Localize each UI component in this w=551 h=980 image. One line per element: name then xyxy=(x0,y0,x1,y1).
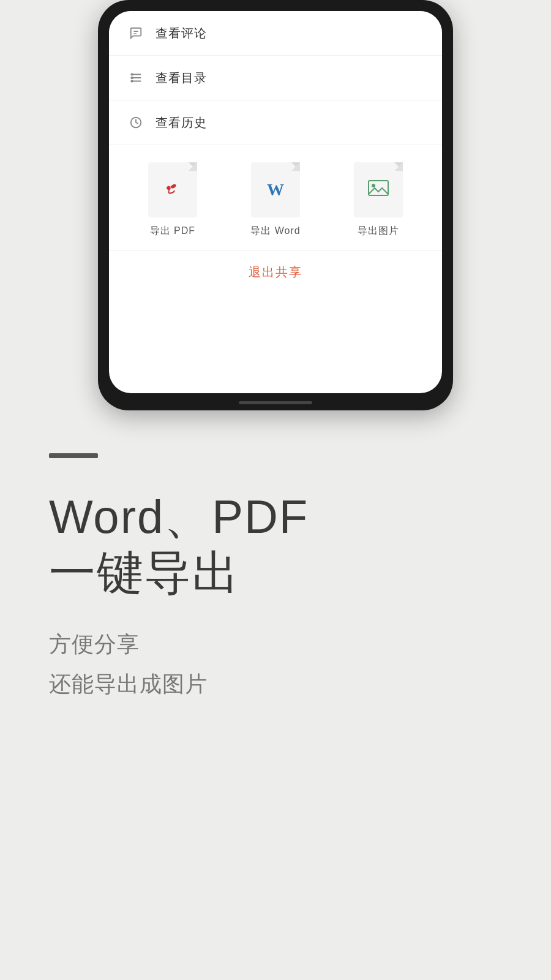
menu-item-toc[interactable]: 查看目录 xyxy=(109,56,442,100)
word-file-icon: W xyxy=(251,162,300,217)
export-pdf-item[interactable]: 导出 PDF xyxy=(148,162,197,238)
export-word-item[interactable]: W 导出 Word xyxy=(250,162,300,238)
image-icon-symbol xyxy=(367,178,389,202)
history-icon xyxy=(127,114,144,131)
subtitle-line2: 还能导出成图片 xyxy=(49,665,502,704)
subtitle: 方便分享 还能导出成图片 xyxy=(49,625,502,704)
menu-item-comments[interactable]: 查看评论 xyxy=(109,11,442,56)
bottom-content: Word、PDF 一键导出 方便分享 还能导出成图片 xyxy=(0,429,551,729)
menu-item-history[interactable]: 查看历史 xyxy=(109,100,442,145)
svg-point-10 xyxy=(372,184,375,187)
pdf-file-icon xyxy=(148,162,197,217)
menu-section: 查看评论 查看目录 xyxy=(109,11,442,145)
phone-wrapper: 查看评论 查看目录 xyxy=(98,0,453,410)
subtitle-line1: 方便分享 xyxy=(49,625,502,665)
phone-screen: 查看评论 查看目录 xyxy=(109,11,442,393)
image-file-icon xyxy=(354,162,403,217)
quit-label: 退出共享 xyxy=(249,264,302,281)
export-section: 导出 PDF W 导出 Word xyxy=(109,145,442,251)
quit-section[interactable]: 退出共享 xyxy=(109,251,442,294)
chat-icon xyxy=(127,24,144,42)
export-image-item[interactable]: 导出图片 xyxy=(354,162,403,238)
svg-rect-7 xyxy=(131,80,133,83)
pdf-icon-symbol xyxy=(162,176,184,205)
menu-label-history: 查看历史 xyxy=(156,115,207,131)
headline: Word、PDF 一键导出 xyxy=(49,489,502,600)
menu-label-comments: 查看评论 xyxy=(156,25,207,42)
menu-label-toc: 查看目录 xyxy=(156,70,207,86)
export-pdf-label: 导出 PDF xyxy=(150,225,195,238)
headline-line1: Word、PDF xyxy=(49,489,502,545)
export-word-label: 导出 Word xyxy=(250,225,300,238)
phone-device: 查看评论 查看目录 xyxy=(98,0,453,410)
accent-bar xyxy=(49,453,98,458)
word-icon-symbol: W xyxy=(267,180,284,200)
svg-rect-6 xyxy=(131,77,133,79)
svg-rect-9 xyxy=(369,181,388,195)
headline-line2: 一键导出 xyxy=(49,545,502,600)
toc-icon xyxy=(127,69,144,86)
svg-rect-5 xyxy=(131,74,133,76)
export-image-label: 导出图片 xyxy=(358,225,399,238)
phone-home-indicator xyxy=(239,401,312,404)
